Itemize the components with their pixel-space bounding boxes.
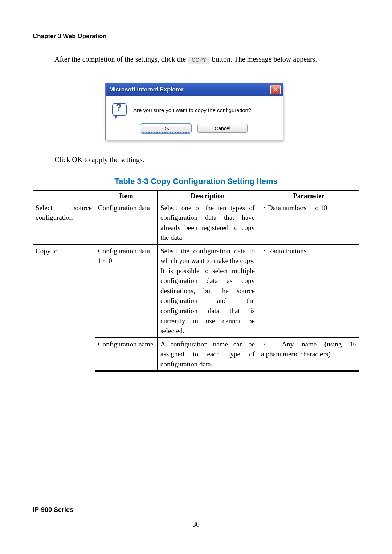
cell-desc: Select one of the ten types of configura… xyxy=(158,201,258,244)
cell-param: ・ Any name (using 16 alphanumeric charac… xyxy=(258,337,360,371)
question-icon: ? xyxy=(112,103,127,118)
page-footer: IP-900 Series 30 xyxy=(33,506,359,529)
dialog-message: Are you sure you want to copy the config… xyxy=(133,107,251,113)
intro-text-before: After the completion of the settings, cl… xyxy=(54,55,188,63)
series-label: IP-900 Series xyxy=(33,506,359,514)
table-row: Select source configuration Configuratio… xyxy=(33,201,359,244)
copy-button-illustration: COPY xyxy=(188,56,210,64)
header-item: Item xyxy=(95,190,158,201)
dialog-screenshot: Microsoft Internet Explorer ? Are you su… xyxy=(105,83,283,140)
intro-text-after: button. The message below appears. xyxy=(212,55,317,63)
ok-button[interactable]: OK xyxy=(141,124,191,133)
settings-table: Item Description Parameter Select source… xyxy=(33,190,359,372)
cell-item: Configuration name xyxy=(95,337,158,371)
header-blank xyxy=(33,190,95,201)
cell-group: Copy to xyxy=(33,244,95,371)
intro-paragraph: After the completion of the settings, cl… xyxy=(54,54,359,64)
cancel-button[interactable]: Cancel xyxy=(197,124,248,133)
cell-item: Configuration data 1~10 xyxy=(95,244,158,337)
cell-desc: Select the configuration data to which y… xyxy=(158,244,258,337)
chapter-heading: Chapter 3 Web Operation xyxy=(33,33,359,41)
header-description: Description xyxy=(158,190,258,201)
dialog-body: ? Are you sure you want to copy the conf… xyxy=(106,96,283,121)
cell-desc: A configuration name can be assigned to … xyxy=(158,337,258,371)
confirm-dialog: Microsoft Internet Explorer ? Are you su… xyxy=(105,83,283,140)
close-icon[interactable] xyxy=(270,85,281,94)
page-number: 30 xyxy=(33,520,359,529)
cell-param: ・Data numbers 1 to 10 xyxy=(258,201,360,244)
dialog-title: Microsoft Internet Explorer xyxy=(109,86,270,93)
cell-item: Configuration data xyxy=(95,201,158,244)
click-ok-line: Click OK to apply the settings. xyxy=(54,155,359,164)
table-row: Copy to Configuration data 1~10 Select t… xyxy=(33,244,359,337)
table-caption: Table 3-3 Copy Configuration Setting Ite… xyxy=(33,177,359,186)
table-header-row: Item Description Parameter xyxy=(33,190,359,201)
cell-param: ・Radio buttons xyxy=(258,244,360,337)
dialog-titlebar: Microsoft Internet Explorer xyxy=(106,83,283,96)
header-parameter: Parameter xyxy=(258,190,360,201)
document-page: Chapter 3 Web Operation After the comple… xyxy=(0,0,392,554)
dialog-button-row: OK Cancel xyxy=(106,121,283,140)
cell-group: Select source configuration xyxy=(33,201,95,244)
